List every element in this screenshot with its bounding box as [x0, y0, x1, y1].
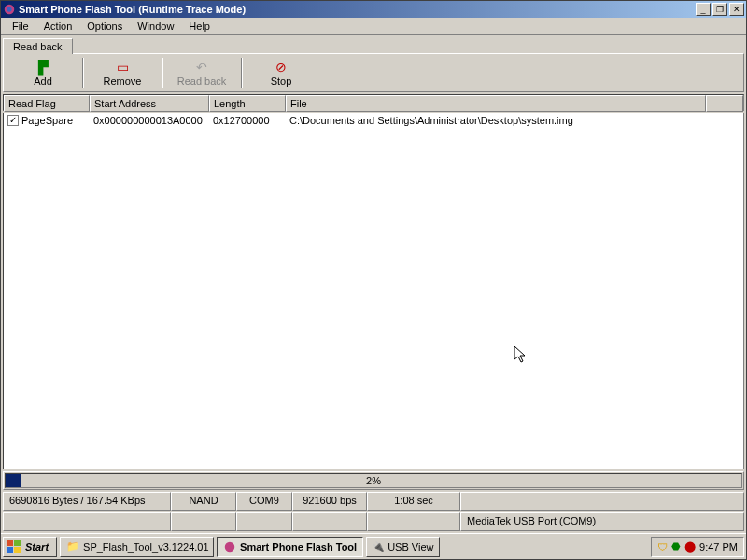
task-folder[interactable]: 📁 SP_Flash_Tool_v3.1224.01 — [60, 537, 214, 557]
list-content[interactable]: ✓ PageSpare 0x000000000013A0000 0x127000… — [3, 113, 744, 469]
minimize-button[interactable]: _ — [696, 3, 711, 16]
shield-icon[interactable]: 🛡 — [657, 541, 668, 553]
flashtool-icon — [223, 540, 236, 553]
status-s3 — [236, 512, 292, 531]
tabstrip: Read back — [1, 35, 746, 53]
cell-file: C:\Documents and Settings\Administrator\… — [286, 115, 743, 126]
col-length[interactable]: Length — [209, 95, 286, 112]
titlebar: Smart Phone Flash Tool (Runtime Trace Mo… — [1, 1, 746, 18]
mouse-cursor-icon — [514, 346, 529, 365]
menu-help[interactable]: Help — [181, 19, 218, 34]
menu-file[interactable]: File — [5, 19, 36, 34]
status-s2 — [171, 512, 236, 531]
stop-icon: ⊘ — [274, 60, 289, 75]
column-headers: Read Flag Start Address Length File — [3, 94, 744, 111]
col-file[interactable]: File — [286, 95, 706, 112]
readback-button[interactable]: ↶ Read back — [164, 56, 239, 90]
status-row-2: MediaTek USB Port (COM9) — [3, 512, 744, 531]
progress-text: 2% — [6, 475, 741, 486]
maximize-button[interactable]: ❐ — [712, 3, 727, 16]
menubar: File Action Options Window Help — [1, 18, 746, 35]
start-label: Start — [25, 541, 49, 553]
cell-start: 0x000000000013A0000 — [90, 115, 209, 126]
menu-options[interactable]: Options — [79, 19, 130, 34]
svg-rect-3 — [14, 540, 21, 546]
table-row[interactable]: ✓ PageSpare 0x000000000013A0000 0x127000… — [4, 113, 743, 128]
menu-window[interactable]: Window — [130, 19, 181, 34]
status-empty — [460, 492, 744, 511]
row-checkbox[interactable]: ✓ — [7, 115, 19, 126]
folder-icon: 📁 — [66, 540, 79, 553]
task-flashtool[interactable]: Smart Phone Flash Tool — [217, 537, 363, 557]
task-usbview[interactable]: 🔌 USB View — [366, 537, 440, 557]
add-label: Add — [34, 76, 52, 87]
status-nand: NAND — [171, 492, 236, 511]
svg-rect-2 — [7, 540, 13, 546]
svg-point-6 — [225, 541, 235, 552]
stop-button[interactable]: ⊘ Stop — [244, 56, 318, 90]
status-bytes: 6690816 Bytes / 167.54 KBps — [3, 492, 171, 511]
windows-logo-icon — [6, 539, 22, 554]
start-button[interactable]: Start — [3, 537, 57, 557]
status-row-1: 6690816 Bytes / 167.54 KBps NAND COM9 92… — [3, 492, 744, 511]
systray: 🛡 ⬣ ⬤ 9:47 PM — [651, 537, 744, 557]
remove-button[interactable]: ▭ Remove — [85, 56, 160, 90]
close-button[interactable]: ✕ — [729, 3, 744, 16]
app-icon — [3, 3, 16, 16]
readback-label: Read back — [177, 76, 227, 87]
readback-icon: ↶ — [194, 60, 209, 75]
status-com: COM9 — [236, 492, 292, 511]
menu-action[interactable]: Action — [36, 19, 80, 34]
status-port: MediaTek USB Port (COM9) — [460, 512, 744, 531]
toolbar: ▛ Add ▭ Remove ↶ Read back ⊘ Stop — [5, 55, 742, 91]
taskbar: Start 📁 SP_Flash_Tool_v3.1224.01 Smart P… — [1, 533, 746, 559]
col-readflag[interactable]: Read Flag — [4, 95, 90, 112]
task1-label: SP_Flash_Tool_v3.1224.01 — [83, 541, 209, 553]
add-icon: ▛ — [35, 60, 50, 75]
toolbar-container: ▛ Add ▭ Remove ↶ Read back ⊘ Stop — [3, 53, 744, 92]
cell-flag: ✓ PageSpare — [4, 115, 90, 126]
security-icon[interactable]: ⬤ — [684, 540, 696, 553]
tab-readback[interactable]: Read back — [3, 38, 73, 54]
status-s4 — [292, 512, 367, 531]
window-title: Smart Phone Flash Tool (Runtime Trace Mo… — [19, 4, 694, 15]
separator — [162, 58, 162, 88]
col-spacer — [706, 95, 743, 112]
task3-label: USB View — [388, 541, 433, 553]
status-baud: 921600 bps — [292, 492, 367, 511]
status-time: 1:08 sec — [367, 492, 460, 511]
svg-rect-4 — [7, 547, 13, 553]
remove-label: Remove — [104, 76, 142, 87]
cell-length: 0x12700000 — [209, 115, 286, 126]
col-start[interactable]: Start Address — [90, 95, 209, 112]
progress-bar: 2% — [5, 473, 742, 488]
status-s1 — [3, 512, 171, 531]
svg-point-1 — [7, 7, 11, 11]
app-window: Smart Phone Flash Tool (Runtime Trace Mo… — [0, 0, 747, 560]
separator — [241, 58, 242, 88]
svg-rect-5 — [14, 547, 21, 553]
network-icon[interactable]: ⬣ — [671, 540, 681, 553]
progress-area: 2% — [3, 471, 744, 490]
clock[interactable]: 9:47 PM — [699, 541, 738, 553]
remove-icon: ▭ — [115, 60, 130, 75]
separator — [82, 58, 83, 88]
usb-icon: 🔌 — [373, 541, 384, 552]
stop-label: Stop — [271, 76, 292, 87]
add-button[interactable]: ▛ Add — [6, 56, 80, 90]
task2-label: Smart Phone Flash Tool — [240, 541, 357, 553]
status-s5 — [367, 512, 460, 531]
flag-text: PageSpare — [21, 115, 73, 126]
